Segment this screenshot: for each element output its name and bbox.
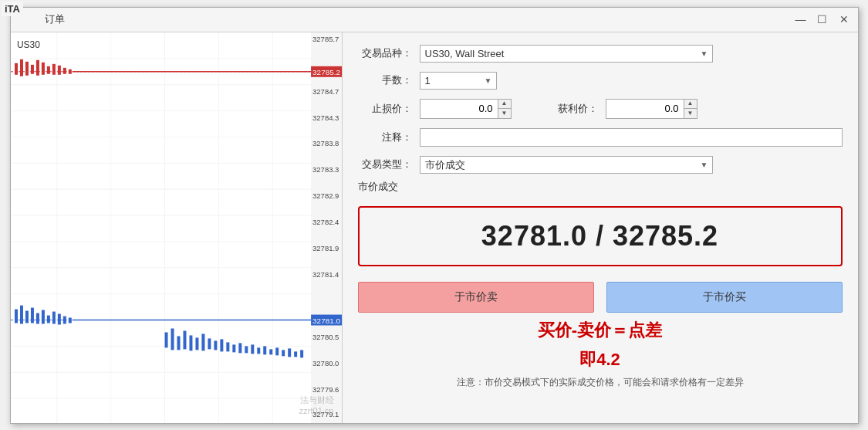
svg-rect-27 — [41, 62, 44, 74]
lots-label: 手数： — [358, 73, 412, 87]
svg-rect-29 — [52, 63, 55, 74]
svg-text:32779.6: 32779.6 — [312, 385, 339, 394]
svg-text:32784.3: 32784.3 — [312, 113, 339, 121]
stop-loss-spin-btns: ▲ ▼ — [498, 100, 511, 118]
svg-rect-23 — [19, 59, 22, 76]
comment-row: 注释： — [358, 128, 843, 147]
svg-text:US30: US30 — [16, 39, 39, 49]
market-type-row: 市价成交 — [358, 183, 843, 194]
svg-text:32781.9: 32781.9 — [312, 243, 339, 252]
svg-rect-58 — [238, 343, 241, 353]
svg-rect-50 — [189, 335, 192, 350]
svg-text:32781.0: 32781.0 — [312, 316, 340, 324]
take-profit-increment[interactable]: ▲ — [684, 100, 697, 109]
instrument-row: 交易品种： US30, Wall Street ▼ — [358, 45, 843, 63]
bid-price: 32781.0 — [481, 220, 587, 252]
svg-rect-68 — [300, 350, 303, 357]
lots-select[interactable]: 1 — [420, 72, 497, 90]
svg-rect-63 — [269, 349, 272, 354]
svg-rect-53 — [208, 338, 211, 349]
svg-rect-67 — [294, 351, 297, 357]
sl-tp-row: 止损价： ▲ ▼ 获利价： ▲ ▼ — [358, 99, 843, 119]
svg-rect-59 — [245, 346, 248, 353]
chart-area: US30 32785.2 32781.0 32785.7 32784.7 327… — [11, 32, 343, 423]
svg-rect-22 — [14, 63, 17, 74]
svg-text:32783.3: 32783.3 — [312, 165, 339, 174]
svg-text:32780.5: 32780.5 — [312, 333, 339, 341]
svg-text:32779.1: 32779.1 — [312, 410, 339, 418]
lots-select-wrapper: 1 ▼ — [420, 72, 497, 90]
main-window: iTA 订单 — ☐ ✕ — [10, 7, 859, 424]
svg-rect-54 — [214, 340, 217, 350]
svg-rect-43 — [62, 316, 66, 323]
comment-label: 注释： — [358, 130, 412, 144]
svg-rect-57 — [232, 344, 235, 352]
sell-button[interactable]: 于市价卖 — [358, 282, 594, 313]
svg-rect-24 — [25, 61, 28, 75]
svg-rect-44 — [68, 317, 71, 323]
svg-text:32784.7: 32784.7 — [312, 86, 339, 95]
right-panel: 交易品种： US30, Wall Street ▼ 手数： 1 ▼ — [343, 32, 858, 423]
svg-rect-37 — [30, 307, 33, 323]
svg-text:32782.9: 32782.9 — [312, 191, 339, 200]
instrument-label: 交易品种： — [358, 46, 412, 60]
stop-loss-input-wrapper: ▲ ▼ — [420, 99, 512, 119]
svg-rect-62 — [263, 346, 266, 354]
svg-rect-51 — [195, 337, 198, 350]
price-display-text: 32781.0 / 32785.2 — [481, 220, 718, 252]
stop-loss-input[interactable] — [420, 100, 498, 117]
trade-type-select[interactable]: 市价成交 — [420, 156, 713, 174]
title-bar: iTA 订单 — ☐ ✕ — [11, 8, 858, 32]
take-profit-decrement[interactable]: ▼ — [684, 109, 697, 118]
svg-rect-47 — [171, 328, 174, 350]
svg-rect-32 — [68, 69, 71, 73]
svg-rect-39 — [41, 310, 44, 323]
svg-rect-25 — [30, 64, 33, 73]
svg-rect-30 — [57, 65, 60, 74]
stop-loss-decrement[interactable]: ▼ — [498, 109, 511, 118]
svg-rect-34 — [14, 309, 17, 323]
market-type-label: 市价成交 — [358, 180, 398, 194]
price-separator: / — [587, 220, 613, 252]
svg-text:32783.8: 32783.8 — [312, 139, 339, 147]
buy-button[interactable]: 于市价买 — [606, 282, 843, 313]
minimize-button[interactable]: — — [793, 12, 809, 27]
svg-rect-49 — [183, 330, 186, 349]
svg-rect-26 — [35, 59, 39, 75]
svg-rect-48 — [177, 336, 180, 350]
svg-rect-56 — [226, 342, 229, 351]
stop-loss-increment[interactable]: ▲ — [498, 100, 511, 109]
svg-rect-46 — [164, 332, 167, 347]
svg-rect-64 — [275, 347, 279, 355]
title-bar-controls: — ☐ ✕ — [793, 12, 852, 27]
price-chart: US30 32785.2 32781.0 32785.7 32784.7 327… — [11, 32, 342, 423]
trade-type-row: 交易类型： 市价成交 ▼ — [358, 156, 843, 174]
title-bar-left: iTA 订单 — [17, 12, 65, 26]
svg-rect-66 — [288, 348, 291, 357]
ita-badge: iTA — [2, 2, 23, 16]
close-button[interactable]: ✕ — [836, 12, 852, 27]
action-buttons: 于市价卖 于市价买 — [358, 282, 843, 313]
trade-type-select-wrapper: 市价成交 ▼ — [420, 156, 713, 174]
maximize-button[interactable]: ☐ — [815, 12, 830, 27]
svg-rect-52 — [201, 334, 204, 350]
svg-text:32782.4: 32782.4 — [312, 218, 339, 226]
spread-value: 即4.2 — [358, 348, 843, 371]
take-profit-spin-btns: ▲ ▼ — [684, 100, 697, 118]
svg-text:32780.0: 32780.0 — [312, 359, 339, 367]
lots-row: 手数： 1 ▼ — [358, 72, 843, 90]
svg-rect-31 — [62, 67, 66, 73]
instrument-select[interactable]: US30, Wall Street — [420, 45, 713, 63]
svg-rect-41 — [52, 311, 55, 323]
trade-type-label: 交易类型： — [358, 157, 412, 171]
svg-rect-38 — [35, 313, 39, 323]
content-area: US30 32785.2 32781.0 32785.7 32784.7 327… — [11, 32, 858, 423]
svg-rect-55 — [220, 339, 223, 351]
comment-input[interactable] — [420, 128, 843, 147]
take-profit-label: 获利价： — [558, 102, 598, 116]
svg-text:32785.2: 32785.2 — [312, 67, 340, 76]
svg-rect-60 — [251, 344, 254, 354]
take-profit-input[interactable] — [606, 100, 684, 117]
svg-rect-40 — [46, 315, 49, 323]
stop-loss-label: 止损价： — [358, 102, 412, 116]
